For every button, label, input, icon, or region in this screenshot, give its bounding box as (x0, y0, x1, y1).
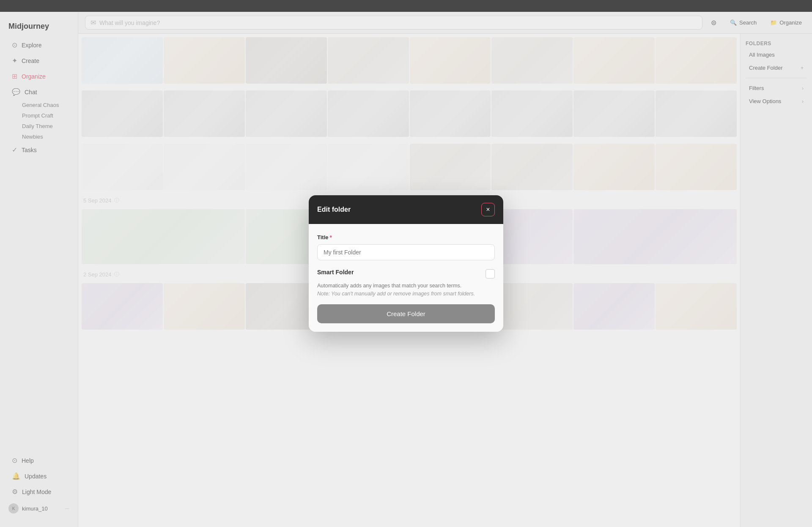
edit-folder-modal: Edit folder × Title * Smart Folder Au (309, 195, 503, 332)
title-form-group: Title * (317, 234, 495, 260)
create-folder-button[interactable]: Create Folder (317, 304, 495, 323)
smart-folder-desc: Automatically adds any images that match… (317, 282, 495, 298)
title-input[interactable] (317, 244, 495, 260)
modal-title: Edit folder (317, 206, 351, 213)
required-indicator: * (330, 234, 332, 241)
modal-body: Title * Smart Folder Automatically adds … (309, 224, 503, 332)
smart-folder-row: Smart Folder (317, 269, 495, 279)
smart-folder-section: Smart Folder Automatically adds any imag… (317, 269, 495, 298)
modal-close-button[interactable]: × (481, 203, 495, 216)
close-icon: × (486, 206, 490, 213)
smart-folder-checkbox[interactable] (486, 269, 495, 279)
smart-folder-note: Note: You can't manually add or remove i… (317, 291, 475, 297)
smart-folder-label: Smart Folder (317, 269, 354, 276)
modal-overlay[interactable]: Edit folder × Title * Smart Folder Au (0, 0, 812, 527)
modal-header: Edit folder × (309, 195, 503, 224)
title-label: Title * (317, 234, 495, 241)
